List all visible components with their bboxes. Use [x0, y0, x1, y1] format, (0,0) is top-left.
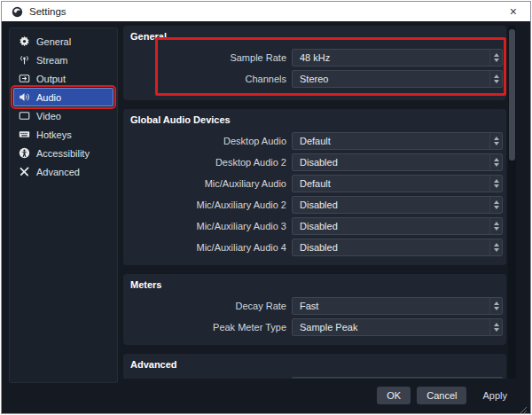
section-global-audio-devices: Global Audio DevicesDesktop AudioDefault… — [123, 109, 506, 265]
combo-value: Fast — [300, 301, 318, 311]
mic-auxiliary-audio-3-label: Mic/Auxiliary Audio 3 — [130, 221, 292, 231]
section-meters: MetersDecay RateFastPeak Meter TypeSampl… — [123, 274, 506, 345]
mic-auxiliary-audio-4-select[interactable]: Disabled — [292, 239, 503, 256]
resize-grip-icon[interactable] — [519, 403, 528, 411]
obs-logo-icon — [12, 6, 23, 18]
sidebar-item-accessibility[interactable]: Accessibility — [13, 144, 113, 162]
mic-auxiliary-audio-3-select[interactable]: Disabled — [292, 217, 503, 235]
close-button[interactable]: × — [497, 2, 530, 21]
mic-auxiliary-audio-label: Mic/Auxiliary Audio — [130, 178, 292, 189]
settings-row: Desktop AudioDefault — [130, 132, 505, 150]
accessibility-icon — [19, 147, 30, 159]
section-title: Global Audio Devices — [130, 114, 505, 127]
sidebar-item-video[interactable]: Video — [13, 106, 113, 125]
mic-auxiliary-audio-2-label: Mic/Auxiliary Audio 2 — [130, 200, 292, 210]
sidebar-item-stream[interactable]: Stream — [13, 51, 113, 69]
window-title: Settings — [29, 6, 66, 17]
settings-row: Mic/Auxiliary Audio 3Disabled — [130, 217, 505, 235]
mic-auxiliary-audio-2-select[interactable]: Disabled — [292, 196, 503, 214]
sidebar-item-general[interactable]: General — [13, 32, 113, 51]
stream-icon — [19, 54, 30, 66]
sidebar-item-label: Audio — [36, 92, 61, 103]
desktop-audio-select[interactable]: Default — [292, 132, 503, 150]
settings-row: ChannelsStereo — [130, 70, 505, 88]
gear-icon — [19, 35, 30, 47]
combo-value: Sample Peak — [300, 322, 357, 333]
combo-arrows-icon — [489, 50, 502, 66]
channels-label: Channels — [130, 74, 292, 84]
settings-row: Mic/Auxiliary Audio 4Disabled — [130, 239, 505, 256]
settings-row: Mic/Auxiliary AudioDefault — [130, 175, 505, 192]
sidebar-item-label: Hotkeys — [36, 129, 72, 140]
sidebar-item-label: Accessibility — [36, 148, 90, 159]
hotkeys-icon — [19, 129, 30, 140]
desktop-audio-2-select[interactable]: Disabled — [292, 153, 503, 171]
combo-value: Stereo — [300, 74, 328, 84]
channels-select[interactable]: Stereo — [292, 70, 503, 88]
cancel-button[interactable]: Cancel — [417, 387, 466, 404]
sidebar-item-hotkeys[interactable]: Hotkeys — [13, 125, 113, 144]
apply-button[interactable]: Apply — [473, 387, 517, 404]
combo-arrows-icon — [489, 378, 502, 379]
footer-buttons: OK Cancel Apply — [377, 387, 517, 404]
section-advanced: AdvancedMonitoring DeviceDefault — [123, 354, 506, 379]
dialog-body: GeneralStreamOutputAudioVideoHotkeysAcce… — [2, 21, 530, 413]
output-icon — [19, 73, 30, 84]
video-icon — [19, 110, 30, 121]
sidebar-item-label: Video — [36, 111, 61, 121]
combo-arrows-icon — [489, 71, 502, 87]
settings-window: Settings × GeneralStreamOutputAudioVideo… — [1, 1, 531, 414]
combo-arrows-icon — [489, 133, 502, 149]
settings-row: Sample Rate48 kHz — [130, 49, 505, 67]
desktop-audio-label: Desktop Audio — [130, 136, 292, 146]
sidebar-item-audio[interactable]: Audio — [13, 88, 113, 106]
monitoring-device-select[interactable]: Default — [292, 377, 503, 379]
audio-icon — [19, 91, 30, 103]
peak-meter-type-select[interactable]: Sample Peak — [292, 318, 503, 336]
combo-arrows-icon — [489, 154, 502, 170]
section-title: Meters — [130, 279, 505, 292]
combo-value: Disabled — [300, 242, 338, 253]
sidebar-item-label: Stream — [36, 55, 67, 66]
scrollbar-thumb[interactable] — [509, 29, 515, 161]
sample-rate-select[interactable]: 48 kHz — [292, 49, 503, 67]
mic-auxiliary-audio-select[interactable]: Default — [292, 175, 503, 192]
section-title: Advanced — [130, 359, 505, 372]
combo-value: Disabled — [300, 221, 338, 231]
mic-auxiliary-audio-4-label: Mic/Auxiliary Audio 4 — [130, 242, 292, 253]
combo-arrows-icon — [489, 218, 502, 234]
decay-rate-select[interactable]: Fast — [292, 297, 503, 315]
sample-rate-label: Sample Rate — [130, 52, 292, 63]
combo-value: Default — [300, 136, 331, 146]
combo-arrows-icon — [489, 319, 502, 335]
section-title: General — [130, 31, 505, 43]
settings-content: GeneralSample Rate48 kHzChannelsStereoGl… — [123, 26, 506, 379]
combo-value: Disabled — [300, 200, 338, 210]
settings-row: Mic/Auxiliary Audio 2Disabled — [130, 196, 505, 214]
ok-button[interactable]: OK — [377, 387, 411, 404]
sidebar-item-label: Output — [36, 74, 66, 84]
sidebar: GeneralStreamOutputAudioVideoHotkeysAcce… — [9, 27, 118, 383]
sidebar-item-label: General — [36, 36, 71, 47]
titlebar: Settings × — [2, 2, 530, 21]
settings-row: Desktop Audio 2Disabled — [130, 153, 505, 171]
combo-arrows-icon — [489, 298, 502, 314]
settings-row: Peak Meter TypeSample Peak — [130, 318, 505, 336]
combo-value: Default — [300, 178, 331, 189]
sidebar-item-label: Advanced — [36, 167, 80, 177]
content-scrollbar[interactable] — [508, 26, 516, 379]
combo-value: 48 kHz — [300, 52, 330, 63]
sidebar-item-advanced[interactable]: Advanced — [13, 162, 113, 181]
combo-arrows-icon — [489, 176, 502, 192]
section-general: GeneralSample Rate48 kHzChannelsStereo — [123, 26, 506, 100]
advanced-icon — [19, 166, 30, 177]
combo-arrows-icon — [489, 197, 502, 213]
desktop-audio-2-label: Desktop Audio 2 — [130, 157, 292, 168]
peak-meter-type-label: Peak Meter Type — [130, 322, 292, 333]
combo-arrows-icon — [489, 239, 502, 255]
decay-rate-label: Decay Rate — [130, 301, 292, 311]
combo-value: Disabled — [300, 157, 338, 168]
settings-row: Decay RateFast — [130, 297, 505, 315]
sidebar-item-output[interactable]: Output — [13, 69, 113, 88]
settings-row: Monitoring DeviceDefault — [130, 377, 505, 379]
